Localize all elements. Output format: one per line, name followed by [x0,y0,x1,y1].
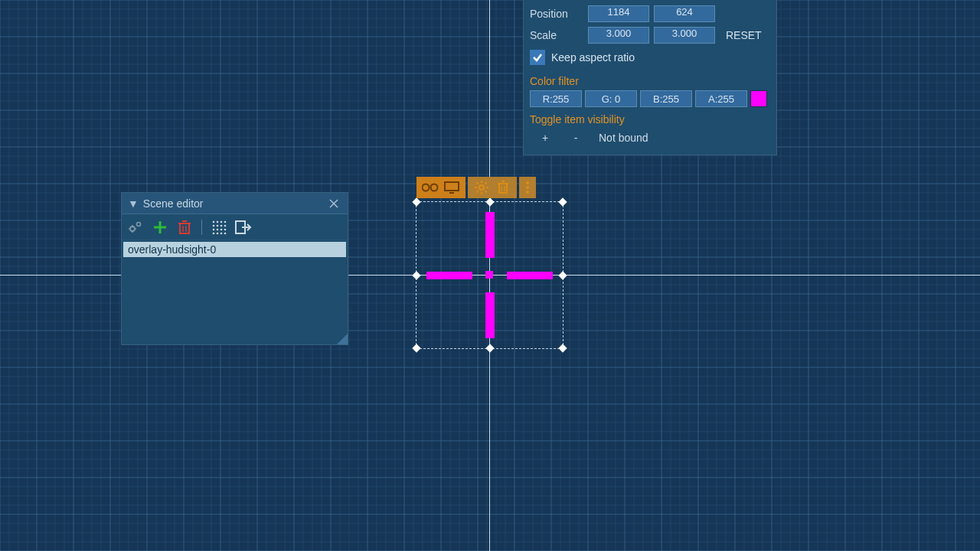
svg-point-40 [213,224,215,227]
grid-icon[interactable] [210,218,228,236]
gear-icon[interactable] [472,178,491,197]
toolbar-separator [201,220,202,235]
panel-resize-handle[interactable] [337,334,348,344]
svg-line-11 [477,191,479,193]
position-x-input[interactable]: 1184 [588,5,649,22]
selection-bounding-box[interactable] [416,201,564,349]
svg-point-20 [526,191,529,194]
scene-editor-panel[interactable]: ▼ Scene editor [121,192,348,345]
color-r-input[interactable]: R:255 [530,90,582,107]
color-swatch[interactable] [750,90,767,107]
svg-point-36 [213,220,215,223]
record-icon[interactable] [421,178,439,197]
svg-point-23 [130,227,135,231]
keep-aspect-checkbox[interactable] [530,50,545,65]
svg-point-24 [137,222,141,226]
svg-point-43 [224,224,227,227]
triangle-down-icon: ▼ [128,197,139,210]
item-toolbar-group-more [519,177,536,198]
item-toolbar-group-settings [468,177,517,198]
scale-label: Scale [530,29,583,41]
svg-point-19 [526,186,529,189]
visibility-binding-value: Not bound [599,132,648,144]
keep-aspect-label: Keep aspect ratio [551,51,635,64]
position-y-input[interactable]: 624 [654,5,715,22]
color-a-input[interactable]: A:255 [695,90,747,107]
color-filter-label: Color filter [530,75,770,87]
svg-point-39 [224,220,227,223]
item-toolbar-group-active [416,177,466,198]
svg-point-1 [431,184,438,191]
plus-icon[interactable] [151,218,169,236]
gears-icon[interactable] [126,218,145,236]
svg-point-49 [217,232,219,234]
display-icon[interactable] [443,178,461,197]
svg-rect-31 [180,223,189,233]
scene-editor-toolbar [122,214,348,240]
visibility-section-label: Toggle item visibility [530,113,770,126]
color-b-input[interactable]: B:255 [640,90,692,107]
svg-point-48 [213,232,215,234]
svg-point-37 [217,220,219,223]
svg-point-38 [220,220,223,223]
position-label: Position [530,8,583,20]
svg-point-42 [220,224,223,227]
svg-point-18 [526,181,529,184]
svg-point-45 [217,228,219,230]
more-icon[interactable] [522,178,533,197]
svg-line-10 [485,191,487,193]
svg-rect-13 [499,184,507,193]
svg-point-44 [213,228,215,230]
list-item[interactable]: overlay-hudsight-0 [123,242,346,257]
scene-items-list: overlay-hudsight-0 [122,240,348,259]
export-icon[interactable] [234,218,253,236]
svg-line-9 [477,183,479,184]
trash-icon[interactable] [494,178,512,197]
trash-icon[interactable] [175,218,194,236]
color-g-input[interactable]: G: 0 [585,90,637,107]
item-toolbar [416,177,536,198]
svg-point-46 [220,228,223,230]
scale-x-input[interactable]: 3.000 [588,27,649,44]
reset-button[interactable]: RESET [726,29,762,41]
properties-panel: Position 1184 624 Scale 3.000 3.000 RESE… [523,0,777,155]
svg-point-41 [217,224,219,227]
scene-editor-titlebar[interactable]: ▼ Scene editor [122,193,348,214]
svg-point-47 [224,228,227,230]
svg-line-12 [485,183,487,184]
svg-point-4 [479,185,484,190]
scale-y-input[interactable]: 3.000 [654,27,715,44]
svg-point-0 [423,184,430,191]
svg-point-50 [220,232,223,234]
svg-point-51 [224,232,227,234]
visibility-minus-button[interactable]: - [568,132,583,144]
scene-editor-title: Scene editor [143,197,204,210]
close-icon[interactable] [329,199,341,208]
visibility-plus-button[interactable]: + [537,132,553,144]
svg-rect-2 [445,182,459,191]
